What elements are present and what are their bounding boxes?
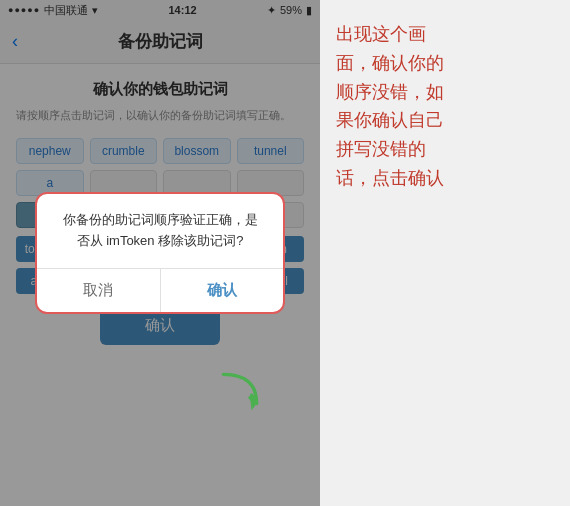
modal-body: 你备份的助记词顺序验证正确，是否从 imToken 移除该助记词?: [37, 194, 283, 268]
modal-confirm-button[interactable]: 确认: [161, 269, 284, 312]
modal-overlay: 你备份的助记词顺序验证正确，是否从 imToken 移除该助记词? 取消 确认: [0, 0, 320, 506]
annotation-text: 出现这个画 面，确认你的 顺序没错，如 果你确认自己 拼写没错的 话，点击确认: [336, 20, 554, 193]
modal-buttons: 取消 确认: [37, 269, 283, 312]
modal-text: 你备份的助记词顺序验证正确，是否从 imToken 移除该助记词?: [57, 210, 263, 252]
arrow-indicator: [215, 366, 265, 416]
modal-box: 你备份的助记词顺序验证正确，是否从 imToken 移除该助记词? 取消 确认: [35, 192, 285, 314]
annotation-panel: 出现这个画 面，确认你的 顺序没错，如 果你确认自己 拼写没错的 话，点击确认: [320, 0, 570, 506]
phone-screen: ●●●●● 中国联通 ▾ 14:12 ✦ 59% ▮ ‹ 备份助记词 确认你的钱…: [0, 0, 320, 506]
modal-cancel-button[interactable]: 取消: [37, 269, 161, 312]
